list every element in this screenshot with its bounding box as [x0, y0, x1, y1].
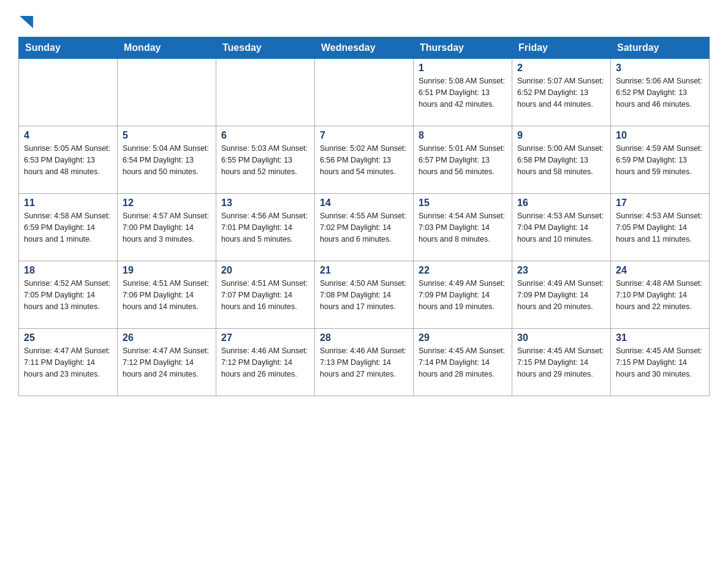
logo	[18, 12, 33, 31]
day-number: 15	[419, 197, 507, 209]
calendar-cell: 1Sunrise: 5:08 AM Sunset: 6:51 PM Daylig…	[414, 59, 512, 126]
calendar-cell: 20Sunrise: 4:51 AM Sunset: 7:07 PM Dayli…	[216, 261, 315, 329]
svg-marker-0	[20, 16, 33, 28]
day-info: Sunrise: 4:58 AM Sunset: 6:59 PM Dayligh…	[24, 210, 112, 245]
day-info: Sunrise: 5:04 AM Sunset: 6:54 PM Dayligh…	[123, 143, 211, 177]
day-info: Sunrise: 4:51 AM Sunset: 7:07 PM Dayligh…	[221, 278, 309, 312]
day-info: Sunrise: 4:46 AM Sunset: 7:13 PM Dayligh…	[320, 345, 408, 380]
day-number: 11	[24, 197, 112, 209]
day-number: 20	[221, 265, 309, 276]
day-info: Sunrise: 4:48 AM Sunset: 7:10 PM Dayligh…	[616, 278, 704, 312]
calendar-cell: 10Sunrise: 4:59 AM Sunset: 6:59 PM Dayli…	[611, 126, 710, 194]
day-info: Sunrise: 4:47 AM Sunset: 7:12 PM Dayligh…	[123, 345, 211, 380]
calendar-cell: 18Sunrise: 4:52 AM Sunset: 7:05 PM Dayli…	[19, 261, 118, 329]
day-number: 19	[123, 265, 211, 276]
day-number: 31	[616, 332, 704, 343]
calendar-cell: 13Sunrise: 4:56 AM Sunset: 7:01 PM Dayli…	[216, 194, 315, 261]
day-info: Sunrise: 4:59 AM Sunset: 6:59 PM Dayligh…	[616, 143, 704, 177]
day-number: 3	[616, 63, 704, 74]
day-number: 12	[123, 197, 211, 209]
calendar-cell: 5Sunrise: 5:04 AM Sunset: 6:54 PM Daylig…	[118, 126, 216, 194]
day-number: 9	[517, 130, 605, 141]
day-info: Sunrise: 5:05 AM Sunset: 6:53 PM Dayligh…	[24, 143, 112, 177]
day-info: Sunrise: 5:01 AM Sunset: 6:57 PM Dayligh…	[419, 143, 507, 177]
day-number: 25	[24, 332, 112, 343]
calendar-week-3: 11Sunrise: 4:58 AM Sunset: 6:59 PM Dayli…	[19, 194, 710, 261]
day-info: Sunrise: 4:57 AM Sunset: 7:00 PM Dayligh…	[123, 210, 211, 245]
calendar-week-4: 18Sunrise: 4:52 AM Sunset: 7:05 PM Dayli…	[19, 261, 710, 329]
calendar-cell: 29Sunrise: 4:45 AM Sunset: 7:14 PM Dayli…	[414, 329, 512, 396]
calendar-week-2: 4Sunrise: 5:05 AM Sunset: 6:53 PM Daylig…	[19, 126, 710, 194]
calendar-cell: 3Sunrise: 5:06 AM Sunset: 6:52 PM Daylig…	[611, 59, 710, 126]
calendar-cell: 8Sunrise: 5:01 AM Sunset: 6:57 PM Daylig…	[414, 126, 512, 194]
day-number: 13	[221, 197, 309, 209]
calendar-cell: 19Sunrise: 4:51 AM Sunset: 7:06 PM Dayli…	[118, 261, 216, 329]
col-header-monday: Monday	[118, 37, 216, 59]
day-number: 29	[419, 332, 507, 343]
calendar-cell: 11Sunrise: 4:58 AM Sunset: 6:59 PM Dayli…	[19, 194, 118, 261]
day-number: 6	[221, 130, 309, 141]
day-info: Sunrise: 4:50 AM Sunset: 7:08 PM Dayligh…	[320, 278, 408, 312]
day-number: 26	[123, 332, 211, 343]
day-number: 18	[24, 265, 112, 276]
calendar-cell: 21Sunrise: 4:50 AM Sunset: 7:08 PM Dayli…	[315, 261, 414, 329]
day-info: Sunrise: 4:52 AM Sunset: 7:05 PM Dayligh…	[24, 278, 112, 312]
day-info: Sunrise: 4:45 AM Sunset: 7:15 PM Dayligh…	[616, 345, 704, 380]
day-info: Sunrise: 4:45 AM Sunset: 7:15 PM Dayligh…	[517, 345, 605, 380]
calendar-cell: 26Sunrise: 4:47 AM Sunset: 7:12 PM Dayli…	[118, 329, 216, 396]
col-header-sunday: Sunday	[19, 37, 118, 59]
day-number: 10	[616, 130, 704, 141]
calendar-cell: 9Sunrise: 5:00 AM Sunset: 6:58 PM Daylig…	[512, 126, 611, 194]
day-info: Sunrise: 5:03 AM Sunset: 6:55 PM Dayligh…	[221, 143, 309, 177]
day-info: Sunrise: 4:47 AM Sunset: 7:11 PM Dayligh…	[24, 345, 112, 380]
day-number: 8	[419, 130, 507, 141]
calendar-cell: 30Sunrise: 4:45 AM Sunset: 7:15 PM Dayli…	[512, 329, 611, 396]
calendar-cell: 27Sunrise: 4:46 AM Sunset: 7:12 PM Dayli…	[216, 329, 315, 396]
calendar-cell: 12Sunrise: 4:57 AM Sunset: 7:00 PM Dayli…	[118, 194, 216, 261]
calendar-week-1: 1Sunrise: 5:08 AM Sunset: 6:51 PM Daylig…	[19, 59, 710, 126]
day-number: 28	[320, 332, 408, 343]
calendar-cell: 31Sunrise: 4:45 AM Sunset: 7:15 PM Dayli…	[611, 329, 710, 396]
day-number: 30	[517, 332, 605, 343]
calendar-cell	[216, 59, 315, 126]
day-number: 14	[320, 197, 408, 209]
day-info: Sunrise: 4:51 AM Sunset: 7:06 PM Dayligh…	[123, 278, 211, 312]
col-header-friday: Friday	[512, 37, 611, 59]
day-info: Sunrise: 5:02 AM Sunset: 6:56 PM Dayligh…	[320, 143, 408, 177]
day-number: 27	[221, 332, 309, 343]
day-number: 21	[320, 265, 408, 276]
calendar-header-row: SundayMondayTuesdayWednesdayThursdayFrid…	[19, 37, 710, 59]
calendar-cell: 23Sunrise: 4:49 AM Sunset: 7:09 PM Dayli…	[512, 261, 611, 329]
calendar-week-5: 25Sunrise: 4:47 AM Sunset: 7:11 PM Dayli…	[19, 329, 710, 396]
day-number: 2	[517, 63, 605, 74]
day-number: 22	[419, 265, 507, 276]
col-header-thursday: Thursday	[414, 37, 512, 59]
day-info: Sunrise: 5:00 AM Sunset: 6:58 PM Dayligh…	[517, 143, 605, 177]
calendar-cell: 6Sunrise: 5:03 AM Sunset: 6:55 PM Daylig…	[216, 126, 315, 194]
calendar-cell: 24Sunrise: 4:48 AM Sunset: 7:10 PM Dayli…	[611, 261, 710, 329]
day-info: Sunrise: 4:53 AM Sunset: 7:05 PM Dayligh…	[616, 210, 704, 245]
calendar-cell: 22Sunrise: 4:49 AM Sunset: 7:09 PM Dayli…	[414, 261, 512, 329]
day-info: Sunrise: 5:06 AM Sunset: 6:52 PM Dayligh…	[616, 75, 704, 110]
calendar-cell: 17Sunrise: 4:53 AM Sunset: 7:05 PM Dayli…	[611, 194, 710, 261]
calendar-cell: 28Sunrise: 4:46 AM Sunset: 7:13 PM Dayli…	[315, 329, 414, 396]
calendar-table: SundayMondayTuesdayWednesdayThursdayFrid…	[18, 37, 710, 396]
day-info: Sunrise: 4:54 AM Sunset: 7:03 PM Dayligh…	[419, 210, 507, 245]
day-info: Sunrise: 5:07 AM Sunset: 6:52 PM Dayligh…	[517, 75, 605, 110]
page-header	[18, 12, 710, 31]
calendar-cell: 25Sunrise: 4:47 AM Sunset: 7:11 PM Dayli…	[19, 329, 118, 396]
day-number: 4	[24, 130, 112, 141]
calendar-cell: 14Sunrise: 4:55 AM Sunset: 7:02 PM Dayli…	[315, 194, 414, 261]
calendar-cell	[118, 59, 216, 126]
calendar-cell	[315, 59, 414, 126]
day-number: 23	[517, 265, 605, 276]
day-info: Sunrise: 5:08 AM Sunset: 6:51 PM Dayligh…	[419, 75, 507, 110]
col-header-saturday: Saturday	[611, 37, 710, 59]
col-header-wednesday: Wednesday	[315, 37, 414, 59]
calendar-cell: 4Sunrise: 5:05 AM Sunset: 6:53 PM Daylig…	[19, 126, 118, 194]
day-number: 5	[123, 130, 211, 141]
day-info: Sunrise: 4:56 AM Sunset: 7:01 PM Dayligh…	[221, 210, 309, 245]
calendar-cell: 2Sunrise: 5:07 AM Sunset: 6:52 PM Daylig…	[512, 59, 611, 126]
day-info: Sunrise: 4:53 AM Sunset: 7:04 PM Dayligh…	[517, 210, 605, 245]
day-info: Sunrise: 4:49 AM Sunset: 7:09 PM Dayligh…	[419, 278, 507, 312]
